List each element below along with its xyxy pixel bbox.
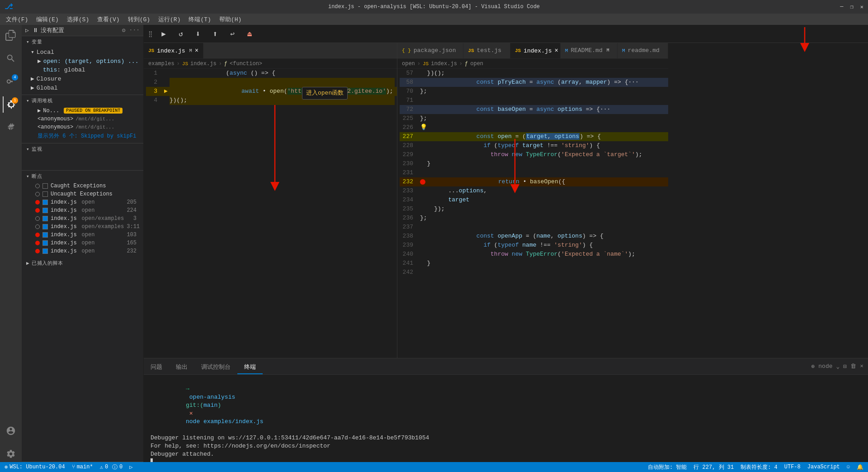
continue-button[interactable]: ▶ (157, 28, 170, 40)
breadcrumb-open[interactable]: open (402, 61, 415, 67)
maximize-button[interactable]: ❐ (850, 4, 854, 10)
notifications-icon[interactable]: 🔔 (857, 464, 863, 471)
step-into-button[interactable]: ⬆ (209, 28, 222, 40)
feedback-icon[interactable]: ☺ (847, 464, 850, 470)
line-num-2: 2 (146, 78, 164, 87)
variables-header[interactable]: ▾ 变量 (22, 36, 143, 48)
breakpoints-header[interactable]: ▾ 断点 (22, 171, 143, 182)
terminal-trash-icon[interactable]: 🗑 (850, 363, 856, 370)
local-section[interactable]: ▾ Local (22, 48, 143, 57)
tab-readme-md[interactable]: M README.md M × (561, 43, 618, 58)
language-mode[interactable]: JavaScript (807, 464, 840, 470)
breadcrumb-function[interactable]: ƒ (224, 61, 227, 67)
auto-attach-status[interactable]: 自动附加: 智能 (648, 463, 687, 471)
close-button[interactable]: ✕ (860, 4, 863, 10)
cursor-position[interactable]: 行 227, 列 31 (693, 463, 734, 471)
menu-terminal[interactable]: 终端(T) (185, 14, 214, 24)
step-over-button[interactable]: ⬇ (192, 28, 204, 40)
explorer-icon[interactable] (3, 27, 19, 43)
menu-view[interactable]: 查看(V) (94, 14, 123, 24)
menu-goto[interactable]: 转到(G) (124, 14, 154, 24)
bp-item-5[interactable]: index.js open 165 (22, 239, 143, 247)
warnings-status[interactable]: ⚠ 0 ⓘ 0 (100, 463, 123, 471)
panel-tab-terminal[interactable]: 终端 (237, 361, 263, 374)
bp-check-4[interactable] (42, 232, 48, 238)
status-left: ⊗ WSL: Ubuntu-20.04 ⑂ main* ⚠ 0 ⓘ 0 ▷ (5, 463, 133, 471)
restart-button[interactable]: ↺ (175, 28, 187, 40)
breadcrumb-indexjs[interactable]: index.js (190, 61, 217, 67)
tab-size[interactable]: 制表符长度: 4 (741, 463, 778, 471)
show-more-frames[interactable]: 显示另外 6 个: Skipped by skipFi (22, 131, 143, 141)
menu-file[interactable]: 文件(F) (2, 14, 32, 24)
bp-check-0[interactable] (42, 200, 48, 205)
panel-tab-problems[interactable]: 问题 (144, 361, 169, 374)
menu-help[interactable]: 帮助(H) (216, 14, 245, 24)
closure-section[interactable]: ▶ Closure (22, 74, 143, 83)
settings-icon[interactable] (3, 446, 19, 462)
step-out-button[interactable]: ↩ (226, 28, 239, 40)
menu-select[interactable]: 选择(S) (63, 14, 93, 24)
terminal-split-icon[interactable]: ⊟ (843, 363, 847, 370)
disconnect-button[interactable]: ⏏ (243, 28, 256, 40)
run-icon[interactable]: ▷ (25, 27, 29, 34)
bp-check-5[interactable] (42, 240, 48, 246)
remote-status[interactable]: ⊗ WSL: Ubuntu-20.04 (5, 464, 65, 471)
tab-close-button[interactable]: × (195, 47, 198, 54)
search-icon[interactable] (3, 50, 19, 67)
bp-check-3[interactable] (42, 224, 48, 229)
breadcrumb-open-fn[interactable]: open (470, 61, 483, 67)
debug-icon[interactable]: 1 (3, 96, 19, 113)
menu-run[interactable]: 运行(R) (155, 14, 184, 24)
tab-readme-lower[interactable]: M readme.md × (618, 43, 668, 58)
callstack-frame-0[interactable]: ▶ No... PAUSED ON BREAKPOINT (22, 106, 143, 115)
breadcrumb-indexjs[interactable]: index.js (431, 61, 457, 67)
bp-check-2[interactable] (42, 216, 48, 221)
caught-exceptions-checkbox[interactable] (42, 183, 48, 189)
callstack-frame-1[interactable]: <anonymous> /mnt/d/git... (22, 115, 143, 123)
left-tab-indexjs[interactable]: JS index.js M × (144, 43, 203, 58)
terminal-chevron-icon[interactable]: ⌄ (836, 363, 840, 370)
line-num-1: 1 (146, 69, 164, 78)
global-section[interactable]: ▶ Global (22, 83, 143, 92)
debug-running-status[interactable]: ▷ (129, 464, 132, 471)
bp-item-6[interactable]: index.js open 232 (22, 247, 143, 255)
bp-check-1[interactable] (42, 208, 48, 213)
debug-pause-icon[interactable]: ⏸ (33, 27, 38, 34)
debug-config-name[interactable]: 没有配置 (41, 26, 64, 34)
encoding[interactable]: UTF-8 (784, 464, 801, 470)
terminal-new-button[interactable]: ⊕ (811, 363, 815, 370)
bp-item-4[interactable]: index.js open 103 (22, 231, 143, 239)
breadcrumb-examples[interactable]: examples (148, 61, 175, 67)
bp-check-6[interactable] (42, 248, 48, 254)
extensions-icon[interactable] (3, 119, 19, 136)
tab-test-js[interactable]: JS test.js × (463, 43, 510, 58)
account-icon[interactable] (3, 423, 19, 439)
var-this[interactable]: this: global (22, 66, 143, 74)
terminal-content[interactable]: → open-analysis git:(main) ✕ node exampl… (144, 375, 868, 462)
git-status[interactable]: ⑂ main* (72, 464, 93, 470)
terminal-close-icon[interactable]: × (860, 363, 863, 370)
var-open[interactable]: ▶ open: (target, options) ... (22, 57, 143, 66)
scm-icon[interactable]: 4 (3, 73, 19, 90)
uncaught-exceptions-item[interactable]: Uncaught Exceptions (22, 190, 143, 198)
tab-package-json[interactable]: { } package.json × (397, 43, 463, 58)
tab-close-btn[interactable]: × (555, 47, 558, 54)
minimize-button[interactable]: — (840, 4, 843, 10)
panel-tab-output[interactable]: 输出 (169, 361, 194, 374)
uncaught-exceptions-checkbox[interactable] (42, 191, 48, 197)
more-icon[interactable]: ··· (129, 27, 140, 34)
callstack-frame-2[interactable]: <anonymous> /mnt/d/git... (22, 123, 143, 131)
tab-index-js[interactable]: JS index.js × (510, 43, 561, 58)
panel-tab-debug[interactable]: 调试控制台 (194, 361, 237, 374)
watch-header[interactable]: ▾ 监视 (22, 143, 143, 155)
bp-item-3[interactable]: index.js open/examples 3:11 (22, 223, 143, 231)
bp-item-1[interactable]: index.js open 224 (22, 206, 143, 215)
settings-gear-icon[interactable]: ⚙ (122, 27, 126, 34)
bp-item-2[interactable]: index.js open/examples 3 (22, 215, 143, 223)
caught-exceptions-item[interactable]: Caught Exceptions (22, 182, 143, 190)
bp-item-0[interactable]: index.js open 205 (22, 198, 143, 206)
auto-attach-header[interactable]: ▶ 已捕入的脚本 (22, 257, 143, 269)
menu-edit[interactable]: 编辑(E) (33, 14, 62, 24)
callstack-header[interactable]: ▾ 调用堆栈 (22, 95, 143, 106)
window-controls[interactable]: — ❐ ✕ (840, 4, 863, 10)
